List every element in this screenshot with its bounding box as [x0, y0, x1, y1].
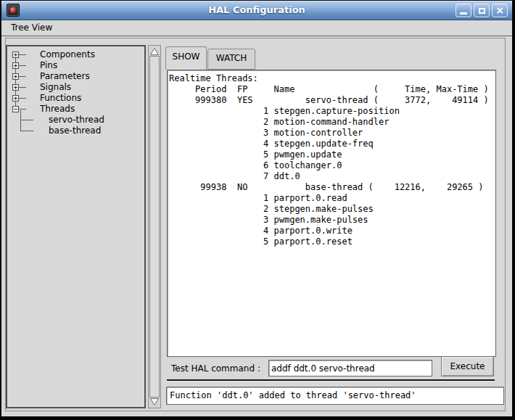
window-controls: × [456, 4, 508, 17]
separator-line [167, 379, 495, 381]
tree-scrollbar[interactable] [148, 45, 161, 408]
output-text: Realtime Threads: Period FP Name ( Time,… [169, 73, 494, 247]
tree-stub-line [19, 54, 26, 55]
tree-child-trunk-line [20, 110, 21, 131]
scrollbar-thumb[interactable] [149, 56, 160, 398]
tree-item-components[interactable]: Components [40, 49, 95, 60]
menu-item-tree-view[interactable]: Tree View [8, 20, 55, 36]
tree-stub-line [19, 65, 26, 66]
expander-components[interactable]: + [12, 52, 19, 58]
tree-stub-line [19, 109, 26, 110]
tree-branch-line [20, 120, 33, 120]
menu-bar: Tree View [1, 20, 512, 36]
expander-parameters[interactable]: + [12, 73, 19, 80]
status-text: Function 'ddt.0' added to thread 'servo-… [167, 387, 503, 404]
status-field[interactable]: Function 'ddt.0' added to thread 'servo-… [166, 387, 504, 405]
tree-item-servo-thread[interactable]: servo-thread [49, 115, 104, 125]
scroll-up-arrow-icon[interactable] [149, 47, 160, 56]
tree-stub-line [19, 98, 26, 99]
hal-configuration-window: HAL Configuration × Tree View + + + [1, 1, 512, 416]
title-bar: HAL Configuration × [1, 1, 512, 20]
tab-watch[interactable]: WATCH [207, 49, 255, 70]
window-title: HAL Configuration [1, 4, 512, 15]
tree-item-parameters[interactable]: Parameters [40, 71, 90, 82]
tree-item-signals[interactable]: Signals [40, 82, 71, 93]
tab-show[interactable]: SHOW [165, 46, 207, 70]
tree-item-base-thread[interactable]: base-thread [49, 125, 101, 136]
hal-command-input[interactable] [268, 360, 432, 376]
expander-functions[interactable]: + [12, 95, 19, 102]
close-button[interactable]: × [492, 4, 508, 17]
show-output-area: Realtime Threads: Period FP Name ( Time,… [167, 70, 496, 357]
tree-stub-line [19, 87, 26, 88]
expander-threads[interactable]: − [12, 106, 19, 112]
tree-stub-line [19, 76, 26, 77]
maximize-button[interactable] [474, 4, 490, 17]
tree-item-threads[interactable]: Threads [40, 104, 75, 115]
scroll-down-arrow-icon[interactable] [149, 398, 160, 406]
close-icon: × [493, 4, 507, 17]
minimize-icon [460, 12, 467, 15]
tree-item-functions[interactable]: Functions [40, 93, 81, 104]
expander-pins[interactable]: + [12, 62, 19, 69]
tree-item-pins[interactable]: Pins [40, 60, 57, 71]
expander-signals[interactable]: + [12, 84, 19, 91]
tree-branch-line [20, 131, 33, 131]
execute-button[interactable]: Execute [441, 356, 494, 376]
maximize-icon [479, 8, 485, 14]
test-hal-command-label: Test HAL command : [171, 361, 260, 376]
minimize-button[interactable] [456, 4, 471, 17]
tree-panel: + + + + + − Components Pins Parameters S… [6, 45, 146, 408]
